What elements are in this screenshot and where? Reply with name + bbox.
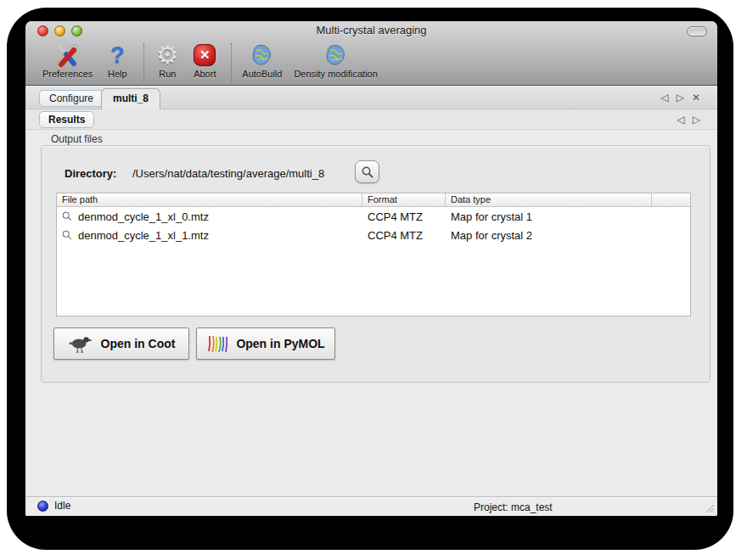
screenshot-stage: Multi-crystal averaging Preferences	[0, 0, 747, 560]
browse-directory-button[interactable]	[355, 160, 379, 183]
sub-tab-bar: Results ◁ ▷	[25, 109, 717, 130]
preferences-button[interactable]: Preferences	[42, 42, 93, 79]
open-in-coot-button[interactable]: Open in Coot	[53, 328, 189, 360]
tab-multi-8[interactable]: multi_8	[101, 88, 160, 109]
output-files-table[interactable]: File path Format Data type denmod_cycle_…	[56, 193, 691, 316]
tab-results[interactable]: Results	[39, 111, 94, 128]
abort-label: Abort	[194, 69, 216, 79]
help-icon: ?	[104, 42, 130, 68]
table-header: File path Format Data type	[57, 193, 690, 207]
format-value: CCP4 MTZ	[362, 229, 446, 242]
coot-bird-icon	[68, 333, 93, 354]
magnifier-icon	[61, 210, 73, 222]
autobuild-button[interactable]: AutoBuild	[242, 42, 282, 79]
toolbar-toggle-pill[interactable]	[687, 26, 707, 36]
resize-grip[interactable]	[703, 501, 715, 513]
autobuild-label: AutoBuild	[242, 69, 282, 79]
open-in-pymol-label: Open in PyMOL	[236, 337, 324, 350]
tools-icon	[55, 42, 81, 68]
format-value: CCP4 MTZ	[362, 210, 446, 223]
file-path-value: denmod_cycle_1_xl_0.mtz	[78, 210, 209, 223]
project-label: Project: mca_test	[474, 501, 553, 513]
subtab-scroll-left-icon[interactable]: ◁	[677, 115, 685, 125]
run-label: Run	[159, 69, 176, 79]
titlebar: Multi-crystal averaging	[25, 21, 717, 40]
help-label: Help	[108, 69, 127, 79]
zoom-window-button[interactable]	[71, 25, 82, 36]
magnifier-icon	[61, 229, 73, 241]
directory-label: Directory:	[65, 167, 116, 180]
traffic-lights	[37, 25, 82, 36]
output-files-label: Output files	[51, 133, 103, 145]
tab-scroll-right-icon[interactable]: ▷	[677, 92, 684, 103]
magnifier-icon	[361, 165, 374, 179]
window-header: Multi-crystal averaging Preferences	[25, 21, 717, 86]
toolbar: Preferences ? Help ⚙ Run	[25, 40, 717, 86]
tab-close-icon[interactable]: ✕	[692, 92, 700, 103]
help-button[interactable]: ? Help	[104, 42, 130, 79]
close-window-button[interactable]	[37, 25, 48, 36]
data-type-value: Map for crystal 1	[446, 210, 652, 223]
tab-configure[interactable]: Configure	[39, 90, 104, 107]
status-indicator-icon	[37, 501, 48, 512]
density-modification-label: Density modification	[294, 69, 377, 79]
main-tab-bar: Configure multi_8 ◁ ▷ ✕	[25, 87, 717, 109]
tab-scroll-left-icon[interactable]: ◁	[660, 92, 668, 103]
output-files-groupbox: Directory: /Users/nat/data/testing/avera…	[41, 145, 710, 383]
status-text: Idle	[54, 500, 70, 512]
column-header-extra	[652, 193, 690, 206]
open-in-pymol-button[interactable]: Open in PyMOL	[196, 328, 335, 360]
abort-button[interactable]: ✕ Abort	[192, 42, 217, 79]
results-panel: Output files Directory: /Users/nat/data/…	[25, 130, 717, 496]
subtab-scroll-right-icon[interactable]: ▷	[693, 115, 700, 125]
status-bar: Idle Project: mca_test	[25, 496, 717, 516]
column-header-data-type[interactable]: Data type	[446, 193, 652, 206]
pymol-protein-icon	[206, 333, 228, 355]
column-header-file-path[interactable]: File path	[57, 193, 362, 206]
open-in-coot-label: Open in Coot	[101, 337, 176, 350]
minimize-window-button[interactable]	[54, 25, 65, 36]
data-type-value: Map for crystal 2	[446, 229, 652, 242]
protein-icon	[323, 42, 349, 68]
window-title: Multi-crystal averaging	[25, 21, 717, 40]
table-row[interactable]: denmod_cycle_1_xl_1.mtz CCP4 MTZ Map for…	[57, 226, 690, 244]
abort-icon: ✕	[192, 42, 217, 68]
directory-path: /Users/nat/data/testing/average/multi_8	[132, 167, 324, 180]
density-modification-button[interactable]: Density modification	[294, 42, 377, 79]
app-window: Multi-crystal averaging Preferences	[25, 21, 717, 516]
table-row[interactable]: denmod_cycle_1_xl_0.mtz CCP4 MTZ Map for…	[57, 207, 690, 226]
file-path-value: denmod_cycle_1_xl_1.mtz	[78, 229, 209, 242]
protein-icon	[250, 42, 275, 68]
toolbar-separator	[231, 43, 232, 82]
toolbar-separator	[143, 43, 144, 82]
run-button[interactable]: ⚙ Run	[154, 42, 180, 79]
preferences-label: Preferences	[42, 69, 93, 79]
column-header-format[interactable]: Format	[362, 193, 446, 206]
gear-icon: ⚙	[154, 42, 180, 68]
